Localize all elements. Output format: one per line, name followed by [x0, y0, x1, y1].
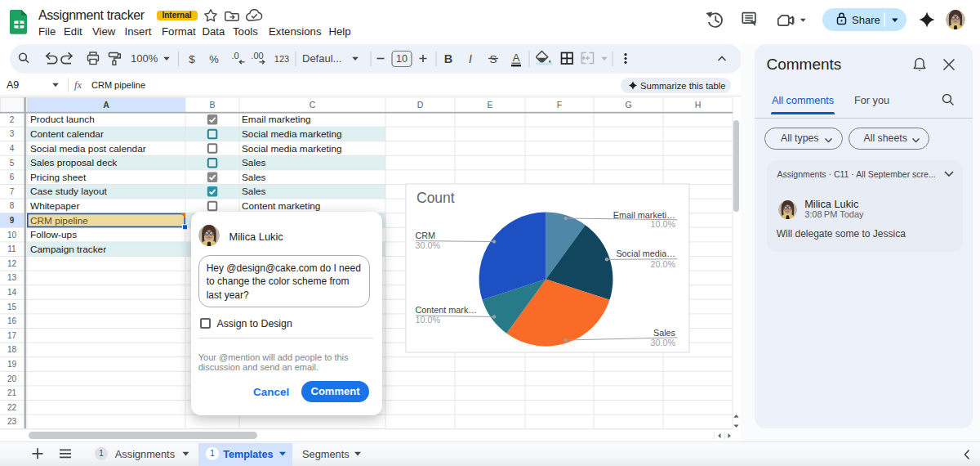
svg-text:C: C [310, 100, 316, 110]
svg-text:H: H [695, 100, 702, 110]
svg-text:10: 10 [7, 231, 17, 240]
svg-text:Social media marketing: Social media marketing [242, 143, 342, 155]
svg-text:Content marketing: Content marketing [242, 200, 320, 212]
svg-text:G: G [625, 100, 631, 110]
svg-text:Assignments: Assignments [115, 448, 175, 460]
svg-text:Sales: Sales [242, 172, 266, 183]
svg-text:20: 20 [7, 374, 17, 383]
svg-text:16: 16 [7, 316, 17, 325]
svg-text:22: 22 [7, 403, 17, 412]
svg-text:Sales: Sales [242, 157, 266, 168]
svg-text:123: 123 [274, 54, 289, 64]
svg-text:F: F [557, 100, 562, 110]
svg-text:Pricing sheet: Pricing sheet [30, 172, 87, 183]
svg-text:18: 18 [7, 345, 17, 354]
svg-text:8: 8 [10, 201, 15, 210]
svg-text:Email marketing: Email marketing [242, 114, 311, 125]
svg-text:B: B [444, 52, 452, 65]
svg-text:19: 19 [7, 360, 17, 369]
svg-text:3: 3 [10, 129, 15, 138]
svg-text:30.0%: 30.0% [416, 240, 441, 250]
svg-text:21: 21 [7, 388, 17, 397]
svg-text:12: 12 [7, 259, 17, 268]
svg-text:20.0%: 20.0% [650, 259, 675, 269]
svg-text:$: $ [189, 53, 195, 65]
svg-text:Count: Count [416, 190, 455, 206]
svg-text:23: 23 [7, 417, 17, 426]
svg-text:Content mark…: Content mark… [416, 305, 478, 315]
svg-text:Product launch: Product launch [30, 114, 95, 125]
svg-text:1: 1 [210, 449, 215, 458]
svg-text:17: 17 [7, 331, 17, 340]
svg-text:B: B [209, 100, 215, 110]
svg-text:Case study layout: Case study layout [30, 186, 107, 197]
svg-text:%: % [209, 53, 219, 65]
svg-text:Sales proposal deck: Sales proposal deck [30, 157, 117, 168]
svg-text:2: 2 [10, 115, 15, 124]
svg-text:.0: .0 [231, 51, 238, 60]
svg-text:10.0%: 10.0% [650, 219, 675, 229]
svg-text:CRM pipeline: CRM pipeline [30, 215, 88, 226]
svg-text:1: 1 [99, 449, 104, 458]
svg-text:9: 9 [10, 216, 15, 225]
svg-text:E: E [487, 100, 492, 110]
svg-text:Social media marketing: Social media marketing [242, 128, 342, 140]
svg-text:Defaul...: Defaul... [302, 52, 341, 65]
svg-text:A: A [103, 100, 109, 110]
svg-text:13: 13 [7, 273, 17, 282]
svg-text:100%: 100% [131, 52, 158, 65]
svg-text:30.0%: 30.0% [650, 338, 675, 347]
svg-text:14: 14 [7, 288, 17, 297]
svg-text:D: D [417, 100, 424, 110]
svg-text:4: 4 [10, 144, 15, 153]
svg-text:Social media…: Social media… [616, 249, 675, 258]
svg-text:7: 7 [10, 187, 15, 196]
svg-text:10.0%: 10.0% [416, 315, 441, 325]
svg-text:10: 10 [396, 53, 408, 65]
svg-text:Templates: Templates [223, 449, 273, 460]
svg-text:Campaign tracker: Campaign tracker [30, 244, 106, 255]
svg-text:Whitepaper: Whitepaper [30, 200, 79, 212]
svg-text:CRM: CRM [416, 231, 436, 240]
svg-text:Social media post calendar: Social media post calendar [30, 143, 146, 155]
svg-text:Sales: Sales [653, 328, 676, 338]
svg-text:6: 6 [10, 173, 15, 181]
svg-text:11: 11 [7, 244, 16, 253]
svg-text:Segments: Segments [302, 448, 350, 460]
svg-text:I: I [469, 52, 472, 65]
svg-text:A: A [513, 52, 520, 64]
svg-text:15: 15 [7, 302, 17, 311]
svg-text:.00: .00 [251, 51, 263, 60]
svg-text:5: 5 [10, 159, 15, 168]
svg-text:Content calendar: Content calendar [30, 128, 104, 140]
svg-text:Sales: Sales [242, 186, 266, 197]
svg-text:Follow-ups: Follow-ups [30, 229, 77, 240]
